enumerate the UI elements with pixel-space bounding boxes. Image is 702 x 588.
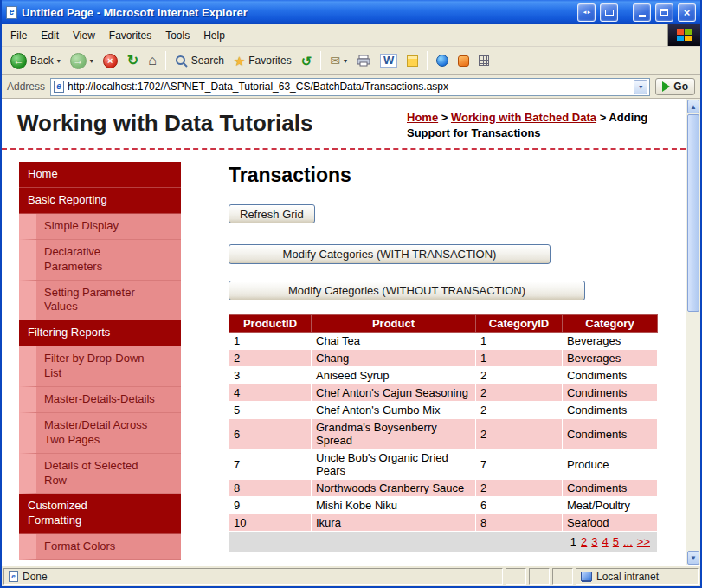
- messenger-icon: [436, 55, 448, 67]
- menu-item-file[interactable]: File: [3, 27, 34, 44]
- grid-pager-row: 12345...>>: [229, 532, 658, 552]
- menu-item-favorites[interactable]: Favorites: [102, 27, 158, 44]
- home-button[interactable]: ⌂: [145, 51, 160, 70]
- page-header: Working with Data Tutorials Home > Worki…: [2, 99, 686, 150]
- sidebar-item-details-of-selected-row[interactable]: Details of Selected Row: [19, 454, 181, 494]
- sidebar-item-setting-parameter-values[interactable]: Setting Parameter Values: [19, 281, 181, 321]
- maximize-button[interactable]: [655, 3, 673, 22]
- table-cell: Seafood: [563, 514, 658, 532]
- table-cell: Grandma's Boysenberry Spread: [312, 419, 476, 449]
- print-button[interactable]: [353, 52, 374, 69]
- sidebar-item-master-details-details[interactable]: Master-Details-Details: [19, 387, 181, 413]
- search-button[interactable]: Search: [171, 52, 228, 70]
- window-arrows-button[interactable]: ◄►: [577, 3, 596, 22]
- go-label: Go: [673, 81, 688, 93]
- scrollbar-thumb[interactable]: [687, 114, 699, 312]
- pager-link[interactable]: 2: [581, 535, 587, 548]
- research-icon: [458, 55, 469, 67]
- scroll-down-button[interactable]: ▼: [687, 551, 699, 565]
- table-cell: Condiments: [563, 384, 658, 402]
- browser-window: e Untitled Page - Microsoft Internet Exp…: [0, 0, 702, 588]
- table-cell: Aniseed Syrup: [312, 367, 476, 384]
- breadcrumb-link[interactable]: Working with Batched Data: [451, 111, 596, 124]
- sidebar-item-master-detail-across-two-pages[interactable]: Master/Detail Across Two Pages: [19, 413, 181, 454]
- menu-item-edit[interactable]: Edit: [34, 27, 66, 44]
- table-cell: 4: [229, 384, 312, 402]
- table-cell: 6: [229, 419, 312, 449]
- sidebar-item-format-colors[interactable]: Format Colors: [19, 534, 181, 560]
- table-cell: Meat/Poultry: [563, 497, 658, 514]
- back-dropdown-icon: ▾: [57, 57, 61, 65]
- table-cell: Mishi Kobe Niku: [312, 497, 476, 514]
- modify-without-transaction-button[interactable]: Modify Categories (WITHOUT TRANSACTION): [229, 281, 585, 300]
- table-row: 10Ikura8Seafood: [229, 514, 658, 532]
- table-cell: 6: [476, 497, 563, 514]
- refresh-button[interactable]: ↻: [124, 51, 142, 70]
- modify-with-transaction-button[interactable]: Modify Categories (WITH TRANSACTION): [229, 244, 551, 264]
- history-button[interactable]: ↺: [298, 52, 316, 70]
- grid-body: 1Chai Tea1Beverages2Chang1Beverages3Anis…: [229, 333, 658, 532]
- status-pane-2: [529, 568, 550, 585]
- sidebar-item-customized-formatting[interactable]: Customized Formatting: [19, 494, 181, 534]
- research-button[interactable]: [454, 53, 473, 69]
- discuss-button[interactable]: [403, 53, 422, 69]
- pager-link[interactable]: 5: [613, 535, 619, 548]
- vertical-scrollbar[interactable]: ▲ ▼: [686, 99, 700, 565]
- forward-button[interactable]: → ▾: [67, 50, 97, 72]
- back-icon: ←: [10, 53, 27, 69]
- title-bar: e Untitled Page - Microsoft Internet Exp…: [2, 0, 700, 24]
- edit-button[interactable]: W: [377, 51, 401, 70]
- menu-item-view[interactable]: View: [66, 27, 102, 44]
- site-title: Working with Data Tutorials: [17, 110, 312, 137]
- sidebar-item-declarative-parameters[interactable]: Declarative Parameters: [19, 240, 181, 281]
- scroll-up-button[interactable]: ▲: [687, 100, 699, 113]
- menu-item-tools[interactable]: Tools: [158, 27, 196, 44]
- address-input[interactable]: [68, 81, 630, 93]
- status-text: Done: [23, 571, 48, 583]
- grid-header-row: ProductIDProductCategoryIDCategory: [229, 315, 658, 333]
- messenger-button[interactable]: [433, 52, 452, 69]
- refresh-grid-button[interactable]: Refresh Grid: [229, 204, 315, 223]
- favorites-star-icon: ★: [234, 55, 245, 68]
- pager-link[interactable]: ...: [623, 535, 633, 548]
- sidebar-item-filter-by-drop-down-list[interactable]: Filter by Drop-Down List: [19, 346, 181, 387]
- quick-links-button[interactable]: [475, 53, 493, 68]
- sidebar-item-basic-reporting[interactable]: Basic Reporting: [19, 188, 181, 214]
- favorites-label: Favorites: [248, 55, 291, 67]
- stop-button[interactable]: ×: [100, 51, 121, 71]
- minimize-icon: [639, 15, 646, 17]
- table-cell: 2: [476, 402, 563, 419]
- menu-bar-items: FileEditViewFavoritesToolsHelp: [2, 24, 667, 46]
- table-cell: 7: [476, 449, 563, 480]
- scrollbar-track[interactable]: [686, 312, 700, 550]
- breadcrumb-separator: >: [596, 111, 609, 124]
- toolbar-separator: [427, 51, 428, 70]
- table-row: 3Aniseed Syrup2Condiments: [229, 367, 658, 384]
- menu-item-help[interactable]: Help: [196, 27, 232, 44]
- windows-logo: [667, 24, 700, 46]
- maximize-icon: [660, 9, 668, 16]
- favorites-button[interactable]: ★ Favorites: [230, 52, 295, 70]
- refresh-icon: ↻: [127, 54, 138, 68]
- pager-current-page: 1: [570, 535, 576, 548]
- minimize-button[interactable]: [633, 3, 651, 22]
- breadcrumb-link[interactable]: Home: [407, 111, 438, 124]
- screen-icon: [605, 10, 614, 16]
- table-cell: Condiments: [563, 367, 658, 384]
- back-button[interactable]: ← Back ▾: [7, 50, 64, 72]
- pager-link[interactable]: >>: [637, 535, 650, 548]
- table-cell: 2: [476, 384, 563, 402]
- pager-link[interactable]: 3: [591, 535, 597, 548]
- sidebar-item-filtering-reports[interactable]: Filtering Reports: [19, 320, 181, 346]
- close-button[interactable]: ×: [678, 3, 696, 22]
- go-button[interactable]: Go: [655, 78, 695, 95]
- table-cell: 8: [229, 480, 312, 497]
- pager-link[interactable]: 4: [602, 535, 609, 548]
- zone-label: Local intranet: [596, 571, 659, 583]
- window-screen-button[interactable]: [600, 3, 618, 22]
- address-dropdown-button[interactable]: ▾: [634, 80, 647, 94]
- address-label: Address: [7, 81, 45, 93]
- sidebar-item-simple-display[interactable]: Simple Display: [19, 214, 181, 240]
- sidebar-item-home[interactable]: Home: [19, 162, 181, 188]
- mail-button[interactable]: ✉▾: [326, 52, 351, 69]
